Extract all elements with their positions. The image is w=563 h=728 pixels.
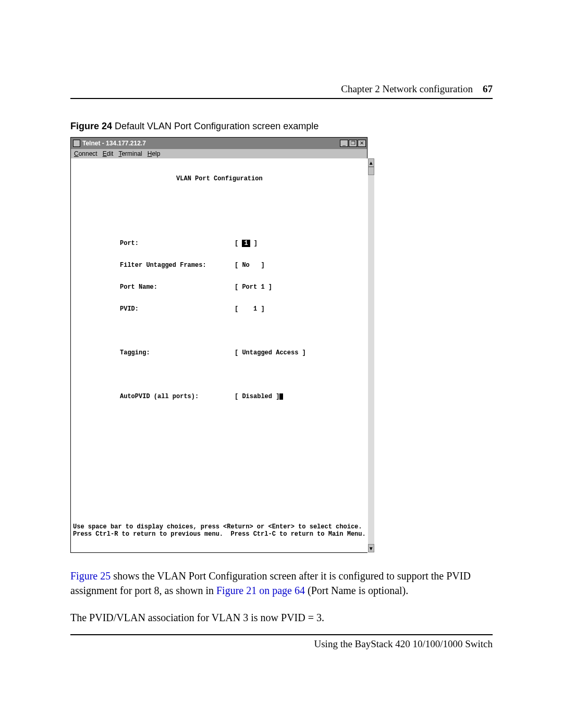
terminal-help-line-2: Press Ctrl-R to return to previous menu.… xyxy=(73,530,366,538)
scroll-thumb[interactable] xyxy=(368,167,374,175)
figure-25-link[interactable]: Figure 25 xyxy=(70,570,111,582)
app-icon xyxy=(73,140,80,147)
tagging-label: Tagging: xyxy=(120,349,235,356)
scroll-up-button[interactable]: ▲ xyxy=(368,158,374,167)
figure-21-link[interactable]: Figure 21 on page 64 xyxy=(216,585,305,596)
header-rule xyxy=(70,98,493,99)
autopvid-label: AutoPVID (all ports): xyxy=(120,393,235,400)
menu-edit[interactable]: Edit xyxy=(103,150,114,157)
autopvid-value[interactable]: [ Disabled ] xyxy=(235,393,283,400)
body-p1d: (Port Name is optional). xyxy=(305,585,408,596)
footer-text: Using the BayStack 420 10/100/1000 Switc… xyxy=(70,638,493,650)
maximize-button[interactable]: ❐ xyxy=(349,140,357,147)
menu-terminal[interactable]: Terminal xyxy=(118,150,142,157)
port-value[interactable]: [ 1 ] xyxy=(235,240,258,247)
close-button[interactable]: ✕ xyxy=(358,140,366,147)
body-text: Figure 25 shows the VLAN Port Configurat… xyxy=(70,569,493,625)
figure-label: Figure 24 xyxy=(70,121,112,131)
port-name-label: Port Name: xyxy=(120,283,235,291)
port-label: Port: xyxy=(120,240,235,247)
minimize-button[interactable]: _ xyxy=(340,140,348,147)
window-title: Telnet - 134.177.212.7 xyxy=(82,140,146,147)
footer-rule xyxy=(70,634,493,635)
header-page-number: 67 xyxy=(483,83,493,94)
menubar: Connect Edit Terminal Help xyxy=(71,149,367,158)
terminal-help-line-1: Use space bar to display choices, press … xyxy=(73,523,362,530)
terminal-cursor xyxy=(279,393,283,400)
scrollbar[interactable]: ▲ ▼ xyxy=(368,158,374,552)
figure-caption-text: Default VLAN Port Configuration screen e… xyxy=(112,121,319,131)
scroll-track[interactable] xyxy=(368,175,374,544)
menu-connect[interactable]: Connect xyxy=(74,150,97,157)
port-name-value[interactable]: [ Port 1 ] xyxy=(235,283,272,291)
screen-title: VLAN Port Configuration xyxy=(71,175,368,182)
scroll-down-button[interactable]: ▼ xyxy=(368,544,374,552)
terminal-content: VLAN Port Configuration Port: [ 1 ] Filt… xyxy=(71,158,368,552)
menu-help[interactable]: Help xyxy=(148,150,161,157)
figure-caption: Figure 24 Default VLAN Port Configuratio… xyxy=(70,121,493,132)
header-chapter: Chapter 2 Network configuration xyxy=(341,83,473,94)
tagging-value[interactable]: [ Untagged Access ] xyxy=(235,349,306,356)
body-p2: The PVID/VLAN association for VLAN 3 is … xyxy=(70,610,493,625)
filter-untagged-value[interactable]: [ No ] xyxy=(235,262,265,269)
pvid-label: PVID: xyxy=(120,305,235,313)
telnet-window: Telnet - 134.177.212.7 _ ❐ ✕ Connect Edi… xyxy=(70,137,368,553)
filter-untagged-label: Filter Untagged Frames: xyxy=(120,262,235,269)
pvid-value[interactable]: [ 1 ] xyxy=(235,305,265,313)
titlebar: Telnet - 134.177.212.7 _ ❐ ✕ xyxy=(71,138,367,149)
